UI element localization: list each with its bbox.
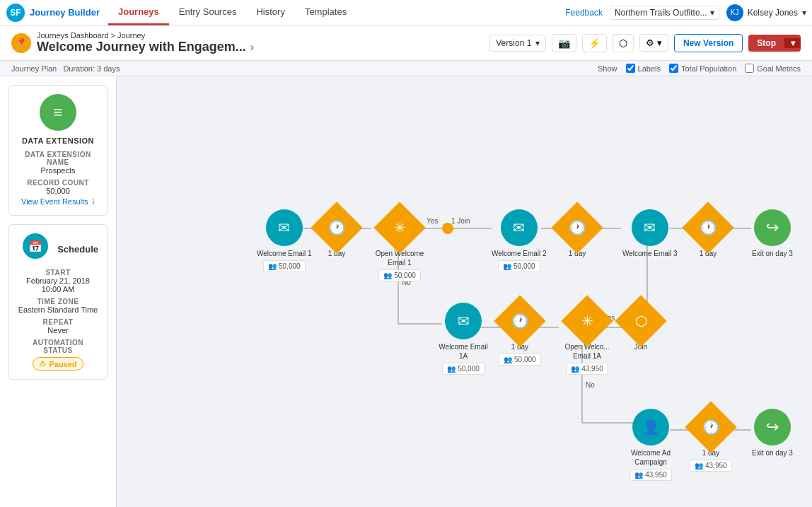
title-chevron-icon[interactable]: › — [250, 41, 254, 54]
people-icon-ow1a: 👥 — [571, 365, 579, 373]
day1c-node[interactable]: 🕐 1 day — [690, 209, 726, 258]
day1b-node[interactable]: 🕐 1 day — [559, 209, 596, 258]
welcome-email-1a-node[interactable]: ✉ Welcome Email 1A 👥 50,000 — [435, 303, 492, 375]
gear-button[interactable]: ⚙ ▾ — [639, 34, 668, 52]
welcome-email-3-icon[interactable]: ✉ — [632, 209, 668, 246]
user-avatar: KJ — [726, 4, 743, 21]
people-icon-ow1: 👥 — [383, 272, 392, 279]
cursor-icon-1a: ✳ — [569, 303, 605, 339]
feedback-link[interactable]: Feedback — [565, 8, 603, 18]
open-welcome-1a-node[interactable]: ✳ Open Welco... Email 1A 👥 43,950 — [559, 303, 615, 375]
welcome-email-1a-icon[interactable]: ✉ — [445, 303, 482, 339]
journey-canvas[interactable]: Yes 1 Join No — [117, 76, 812, 507]
open-welcome-1a-icon[interactable]: ✳ — [561, 295, 613, 347]
day1d-node[interactable]: 🕐 1 day 👥 50,000 — [499, 303, 541, 366]
day1e-node[interactable]: 🕐 1 day 👥 43,950 — [690, 409, 732, 472]
labels-checkbox-label: Labels — [638, 64, 661, 73]
journey-header-left: 📍 Journeys Dashboard > Journey Welcome J… — [11, 31, 254, 54]
welcome-email-2-node[interactable]: ✉ Welcome Email 2 👥 50,000 — [492, 209, 547, 272]
journey-title-row: Welcome Journey with Engagem... › — [37, 40, 254, 54]
goal-metrics-checkbox-item[interactable]: Goal Metrics — [745, 64, 801, 73]
automation-status-label: AUTOMATION STATUS — [18, 339, 98, 354]
timezone-label: TIME ZONE — [18, 298, 98, 305]
welcome-email-3-node[interactable]: ✉ Welcome Email 3 — [622, 209, 678, 258]
tab-history[interactable]: History — [246, 0, 294, 25]
org-selector[interactable]: Northern Trails Outfitte... ▾ — [610, 6, 719, 20]
tab-entry-sources[interactable]: Entry Sources — [169, 0, 247, 25]
camera-button[interactable]: 📷 — [552, 34, 576, 52]
welcome-ad-campaign-node[interactable]: 👤 Welcome Ad Campaign 👥 43,950 — [622, 409, 679, 481]
day1a-node[interactable]: 🕐 1 day — [318, 209, 355, 258]
breadcrumb-separator: > — [111, 31, 117, 40]
open-welcome-1a-count-val: 43,950 — [581, 365, 603, 373]
clock-icon-1e: 🕐 — [692, 409, 729, 445]
stop-button[interactable]: Stop ▾ — [748, 35, 801, 52]
org-name: Northern Trails Outfitte... — [615, 8, 707, 18]
labels-checkbox-item[interactable]: Labels — [626, 64, 661, 73]
total-pop-checkbox[interactable] — [669, 64, 678, 73]
data-extension-card: ≡ DATA EXTENSION DATA EXTENSION NAME Pro… — [8, 85, 108, 216]
clock-icon-1b: 🕐 — [559, 209, 596, 246]
breadcrumb-dashboard[interactable]: Journeys Dashboard — [37, 31, 109, 40]
day1d-icon[interactable]: 🕐 — [494, 295, 546, 347]
new-version-button[interactable]: New Version — [674, 34, 743, 52]
welcome-ad-campaign-count: 👥 43,950 — [630, 469, 672, 481]
exit-day3b-icon[interactable]: ↪ — [754, 409, 791, 445]
day1e-icon[interactable]: 🕐 — [685, 401, 737, 453]
schedule-card: 📅 Schedule START February 21, 2018 10:00… — [8, 224, 108, 380]
data-extension-icon: ≡ — [40, 94, 76, 131]
day1e-count-val: 43,950 — [705, 462, 727, 470]
org-dropdown-icon: ▾ — [710, 8, 714, 18]
stop-dropdown-icon[interactable]: ▾ — [784, 38, 801, 48]
goal-metrics-checkbox[interactable] — [745, 64, 754, 73]
user-initials: KJ — [731, 8, 739, 16]
user-menu[interactable]: KJ Kelsey Jones ▾ — [726, 4, 806, 21]
view-event-results-link[interactable]: View Event Results — [21, 197, 88, 206]
tab-templates[interactable]: Templates — [295, 0, 356, 25]
exit-day3a-node[interactable]: ↪ Exit on day 3 — [752, 209, 793, 258]
exit-day3a-label: Exit on day 3 — [752, 249, 793, 258]
welcome-email-1a-count-val: 50,000 — [458, 365, 480, 373]
clock-icon-1c: 🕐 — [690, 209, 726, 246]
nav-tab-list: Journeys Entry Sources History Templates — [108, 0, 356, 25]
open-welcome-1-icon[interactable]: ✳ — [373, 202, 426, 254]
join2-node[interactable]: ⬡ Join — [622, 303, 659, 351]
exit-day3b-node[interactable]: ↪ Exit on day 3 — [752, 409, 793, 458]
warning-icon: ⚠ — [39, 359, 46, 368]
day1d-count: 👥 50,000 — [499, 354, 541, 366]
salesforce-cloud-icon: SF — [6, 3, 25, 23]
info-icon[interactable]: ℹ — [92, 198, 95, 206]
de-name-label: DATA EXTENSION NAME — [18, 151, 98, 166]
welcome-email-1-icon[interactable]: ✉ — [266, 209, 303, 246]
filter-button[interactable]: ⚡ — [582, 34, 607, 52]
repeat-value: Never — [18, 326, 98, 334]
tab-journeys[interactable]: Journeys — [108, 0, 169, 25]
app-logo[interactable]: SF Journey Builder — [6, 3, 100, 23]
open-welcome-1-node[interactable]: ✳ Open Welcome Email 1 👥 50,000 — [371, 209, 428, 281]
people-icon-we2: 👥 — [503, 262, 511, 270]
share-button[interactable]: ⬡ — [613, 34, 634, 52]
breadcrumb[interactable]: Journeys Dashboard > Journey — [37, 31, 254, 40]
user-name: Kelsey Jones — [748, 8, 798, 18]
welcome-email-3-label: Welcome Email 3 — [622, 249, 678, 258]
join2-icon[interactable]: ⬡ — [615, 295, 667, 347]
total-pop-checkbox-item[interactable]: Total Population — [669, 64, 736, 73]
welcome-ad-campaign-label: Welcome Ad Campaign — [622, 448, 679, 467]
day1b-icon[interactable]: 🕐 — [551, 202, 603, 254]
day1c-icon[interactable]: 🕐 — [682, 202, 734, 254]
show-label: Show — [598, 64, 617, 73]
labels-checkbox[interactable] — [626, 64, 635, 73]
version-selector[interactable]: Version 1 ▾ — [489, 35, 546, 52]
welcome-email-1-node[interactable]: ✉ Welcome Email 1 👥 50,000 — [257, 209, 312, 272]
day1a-icon[interactable]: 🕐 — [311, 202, 363, 254]
schedule-icon: 📅 — [23, 233, 48, 259]
status-value: Paused — [49, 360, 76, 368]
welcome-email-2-icon[interactable]: ✉ — [501, 209, 538, 246]
exit-day3a-icon[interactable]: ↪ — [754, 209, 791, 246]
record-count-label: RECORD COUNT — [18, 179, 98, 187]
automation-status-badge: ⚠ Paused — [33, 357, 83, 371]
start-value: February 21, 2018 10:00 AM — [18, 276, 98, 293]
total-pop-checkbox-label: Total Population — [681, 64, 736, 73]
welcome-ad-campaign-icon[interactable]: 👤 — [632, 409, 669, 445]
version-label: Version 1 — [496, 38, 531, 48]
